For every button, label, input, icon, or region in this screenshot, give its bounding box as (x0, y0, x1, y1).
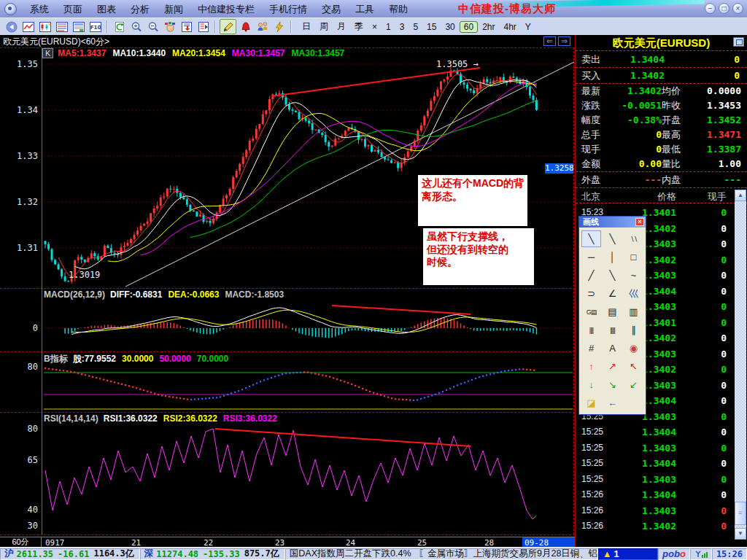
draw-tool-arrow-down[interactable]: ↓ (581, 376, 601, 393)
draw-tool-line-with-point[interactable]: ╲ (603, 230, 622, 247)
period-3[interactable]: 3 (395, 21, 409, 33)
draw-tool-arc[interactable]: ⊃ (581, 285, 601, 302)
period-30[interactable]: 30 (441, 21, 459, 33)
panel-restore-icon[interactable] (733, 37, 744, 47)
flash-button[interactable] (271, 20, 287, 34)
tick-row[interactable]: 15:251.34040 (576, 456, 747, 472)
period-60[interactable]: 60 (460, 21, 478, 33)
drag-button[interactable] (162, 20, 177, 34)
scroll-up-icon[interactable]: ▲ (735, 190, 746, 201)
draw-tool-segment[interactable]: ╱ (581, 267, 601, 284)
page-next-button[interactable] (196, 20, 211, 34)
period-季[interactable]: 季 (350, 20, 368, 34)
line-chart-button[interactable] (20, 20, 36, 34)
annotation-support-line[interactable]: 虽然下行支撑线， 但还没有到转空的 时候。 (423, 228, 534, 285)
f10-button[interactable]: F10 (88, 20, 103, 34)
draw-tool-wave[interactable]: ~ (624, 267, 643, 284)
draw-tool-undo[interactable]: ← (603, 394, 622, 411)
draw-tool-speed-lines[interactable]: ▥ (624, 303, 643, 320)
scrollbar-thumb[interactable] (735, 502, 746, 525)
annotation-macd-divergence[interactable]: 这儿还有个MACD的背 离形态。 (418, 175, 527, 226)
alert-badge[interactable]: ▲ 1 (598, 548, 658, 560)
draw-toolbar-title[interactable]: 画线 × (579, 217, 646, 228)
tick-row[interactable]: 15:251.34030 (576, 472, 747, 488)
quote-list-button[interactable] (54, 20, 69, 34)
draw-tool-angle[interactable]: ∠ (603, 285, 622, 302)
zoom-in-icon (130, 21, 143, 33)
back-button[interactable] (4, 20, 19, 34)
draw-toolbar[interactable]: 画线 × ╲╲∖∖─│□╱╲~⊃∠巛G▤▤▥|||||||||∥#A◉↑↗↖↓↘… (578, 216, 646, 415)
draw-tool-parallel-lines[interactable]: ∖∖ (624, 230, 643, 247)
draw-tool-arrow-up[interactable]: ↑ (581, 358, 601, 375)
draw-tool-fan-lines[interactable]: 巛 (624, 285, 643, 302)
menu-item-中信建投专栏[interactable]: 中信建投专栏 (190, 4, 262, 15)
indicator-title: RSI(14,14,14) (44, 413, 98, 424)
chart-area[interactable]: 欧元美元(EURUSD)<60分> ⇐ ⇒ KMA5:1.3437MA10:1.… (0, 35, 575, 547)
period-Y[interactable]: Y (521, 21, 535, 33)
sh-label: 沪 (4, 548, 14, 560)
menu-item-系统[interactable]: 系统 (23, 4, 56, 15)
tick-row[interactable]: 15:261.34030 (576, 503, 747, 519)
alarm-button[interactable] (238, 20, 253, 34)
draw-tool-gann-wheel[interactable]: ◉ (624, 340, 643, 357)
period-日[interactable]: 日 (298, 20, 315, 34)
menu-item-分析[interactable]: 分析 (123, 4, 157, 15)
menu-item-帮助[interactable]: 帮助 (382, 4, 415, 15)
tick-row[interactable]: 15:261.34020 (576, 518, 747, 534)
tick-row[interactable]: 15:251.34030 (576, 440, 747, 456)
tick-row[interactable]: 15:251.34040 (576, 424, 747, 440)
menu-item-新闻[interactable]: 新闻 (157, 4, 190, 15)
period-周[interactable]: 周 (315, 20, 333, 34)
menu-item-交易[interactable]: 交易 (314, 4, 348, 15)
scroll-right-icon[interactable]: ⇒ (558, 36, 570, 46)
zoom-out-button[interactable] (145, 20, 160, 34)
draw-tool-eraser[interactable]: ◪ (581, 394, 601, 411)
draw-tool-gann-grid[interactable]: G▤ (581, 303, 601, 320)
page-down-button[interactable] (179, 20, 194, 34)
period-2hr[interactable]: 2hr (478, 21, 499, 33)
report-button[interactable] (71, 20, 86, 34)
menu-item-工具[interactable]: 工具 (348, 4, 382, 15)
menu-item-页面[interactable]: 页面 (56, 4, 90, 15)
draw-tool-rectangle[interactable]: □ (624, 249, 643, 265)
draw-tool-arrow-up-right[interactable]: ↗ (603, 358, 622, 375)
period-4hr[interactable]: 4hr (500, 21, 521, 33)
draw-tool-ray[interactable]: ╲ (603, 267, 622, 284)
quote-list-icon (55, 21, 69, 33)
zoom-in-button[interactable] (128, 20, 144, 34)
news-item[interactable]: 国DAX指数周二开盘下跌0.4% (290, 548, 411, 560)
draw-tool-horizontal-line[interactable]: ─ (581, 249, 601, 265)
tick-scrollbar[interactable]: ▲ ▼ (735, 190, 746, 540)
draw-tool-cycle-lines[interactable]: |||| (581, 322, 601, 338)
draw-tool-channel[interactable]: ∥ (624, 322, 643, 338)
period-5[interactable]: 5 (409, 21, 422, 33)
menu-item-图表[interactable]: 图表 (90, 4, 123, 15)
period-×[interactable]: × (368, 21, 382, 33)
restore-button[interactable]: □ (719, 3, 729, 14)
period-1[interactable]: 1 (382, 21, 395, 33)
candlestick-button[interactable] (37, 20, 53, 34)
news-item[interactable]: 〖金属市场〗上海期货交易所9月28日铜、铝、锌指 (419, 548, 599, 560)
draw-tool-arrow-down-right[interactable]: ↘ (603, 376, 622, 393)
scroll-left-icon[interactable]: ⇐ (543, 36, 556, 46)
draw-tool-regression-channel[interactable]: # (581, 340, 601, 357)
close-icon[interactable]: × (635, 218, 644, 226)
minimize-button[interactable]: − (705, 3, 716, 14)
scroll-down-icon[interactable]: ▼ (735, 528, 746, 540)
menu-item-手机行情[interactable]: 手机行情 (262, 4, 314, 15)
users-button[interactable] (255, 20, 270, 34)
draw-tool-vertical-line[interactable]: │ (603, 249, 622, 265)
period-15[interactable]: 15 (422, 21, 441, 33)
draw-tool-text-tool[interactable]: A (603, 340, 622, 357)
draw-tool-arrow-up-left[interactable]: ↖ (624, 358, 643, 375)
draw-tool-fib-time-zones[interactable]: ||||| (603, 322, 622, 338)
refresh-button[interactable] (112, 20, 127, 34)
draw-tool-trend-line[interactable]: ╲ (581, 230, 601, 247)
period-月[interactable]: 月 (333, 20, 350, 34)
draw-tool-arrow-down-left[interactable]: ↙ (624, 376, 643, 393)
draw-tool-percent-lines[interactable]: ▤ (603, 303, 622, 320)
tick-row[interactable]: 15:261.34040 (576, 487, 747, 503)
close-button[interactable]: × (732, 3, 743, 14)
draw-line-button[interactable] (220, 19, 236, 34)
news-ticker[interactable]: 国DAX指数周二开盘下跌0.4% 〖金属市场〗上海期货交易所9月28日铜、铝、锌… (285, 548, 598, 560)
